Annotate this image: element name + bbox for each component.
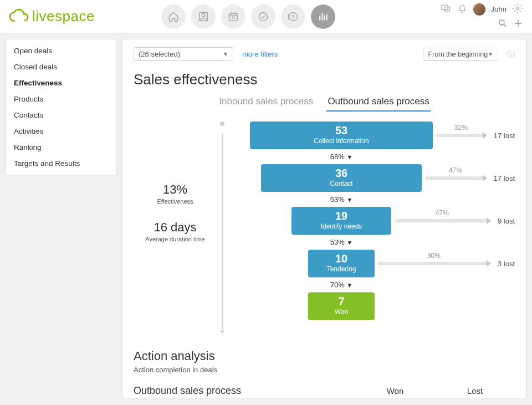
chevron-down-icon: ▼	[223, 51, 228, 57]
funnel-bar[interactable]: 19Identify needs	[291, 207, 391, 235]
stage-name: Collect information	[250, 137, 433, 145]
summary-metrics: 13% Effectiveness 16 days Average durati…	[134, 122, 217, 336]
stage-name: Tendering	[308, 265, 375, 273]
funnel-stage: 19Identify needs47%9 lost	[228, 207, 515, 235]
user-name: John	[491, 5, 507, 13]
stage-count: 53	[250, 125, 433, 136]
topbar: livespace 12 $ John	[0, 0, 532, 33]
funnel-area: 13% Effectiveness 16 days Average durati…	[134, 122, 515, 336]
tab-inbound[interactable]: Inbound sales process	[218, 94, 314, 112]
conversion-pct: 53% ▼	[291, 238, 391, 246]
funnel-bar[interactable]: 53Collect information	[250, 122, 433, 149]
action-analysis-subtitle: Action completion in deals	[134, 366, 515, 374]
lost-pct: 47%	[449, 166, 462, 174]
gear-icon[interactable]	[512, 3, 523, 16]
svg-text:12: 12	[231, 16, 236, 19]
lost-track: 47%	[425, 176, 486, 180]
conversion-pct: 68% ▼	[250, 153, 433, 161]
filter-select[interactable]: (26 selected) ▼	[134, 47, 233, 61]
stage-count: 7	[308, 296, 375, 307]
lost-count: 17 lost	[494, 131, 515, 140]
funnel-stage: 36Contact47%17 lost	[228, 164, 515, 192]
sidebar-item-effectiveness[interactable]: Effectiveness	[6, 75, 116, 91]
bell-icon[interactable]	[457, 3, 468, 16]
stage-name: Contact	[261, 180, 422, 188]
effectiveness-value: 13%	[134, 183, 217, 197]
chat-icon[interactable]	[440, 3, 451, 16]
sidebar-item-ranking[interactable]: Ranking	[6, 139, 116, 155]
brand-name: livespace	[32, 8, 95, 25]
action-analysis-title: Action analysis	[134, 349, 515, 363]
lost-count: 9 lost	[498, 217, 515, 225]
sidebar: Open dealsClosed dealsEffectivenessProdu…	[6, 39, 116, 175]
filter-select-label: (26 selected)	[139, 50, 180, 58]
stage-count: 10	[308, 253, 375, 264]
svg-text:$: $	[291, 14, 294, 19]
stage-count: 36	[261, 168, 422, 179]
top-nav: 12 $	[161, 4, 335, 29]
lost-count: 17 lost	[494, 174, 515, 183]
main-panel: (26 selected) ▼ more filters From the be…	[122, 39, 526, 398]
sidebar-item-activities[interactable]: Activities	[6, 123, 116, 139]
nav-contacts-icon[interactable]	[191, 4, 216, 29]
brand-cloud-icon	[9, 9, 29, 24]
period-select[interactable]: From the beginning ▼	[423, 48, 498, 61]
filter-row: (26 selected) ▼ more filters From the be…	[134, 47, 515, 61]
search-icon[interactable]	[498, 18, 508, 31]
funnel-stage: 53Collect information32%17 lost	[228, 122, 515, 149]
process-tabs: Inbound sales process Outbound sales pro…	[134, 94, 515, 112]
funnel-chart: 53Collect information32%17 lost68% ▼36Co…	[228, 122, 515, 336]
col-won: Won	[355, 386, 435, 396]
nav-calendar-icon[interactable]: 12	[221, 4, 245, 29]
sidebar-item-contacts[interactable]: Contacts	[6, 107, 116, 123]
nav-tasks-icon[interactable]	[251, 4, 275, 29]
funnel-bar[interactable]: 36Contact	[261, 164, 422, 192]
nav-finance-icon[interactable]: $	[281, 4, 305, 29]
svg-rect-8	[444, 7, 449, 11]
add-icon[interactable]	[513, 18, 523, 31]
period-select-label: From the beginning	[428, 50, 488, 58]
sidebar-item-open-deals[interactable]: Open deals	[6, 43, 116, 59]
lost-track: 30%	[378, 262, 490, 265]
lost-track: 47%	[395, 219, 490, 222]
lost-pct: 47%	[436, 209, 449, 217]
svg-point-10	[499, 20, 504, 25]
svg-point-0	[202, 13, 205, 17]
action-analysis-process: Outbound sales process	[134, 385, 355, 397]
svg-point-9	[516, 7, 519, 9]
action-analysis-header: Outbound sales process Won Lost	[134, 385, 515, 397]
brand-logo[interactable]: livespace	[9, 8, 95, 25]
sidebar-item-products[interactable]: Products	[6, 91, 116, 107]
effectiveness-label: Effectiveness	[134, 198, 217, 205]
tab-outbound[interactable]: Outbound sales process	[326, 94, 430, 112]
more-filters-link[interactable]: more filters	[242, 50, 278, 58]
info-icon[interactable]: ⓘ	[507, 49, 515, 59]
lost-pct: 30%	[427, 252, 441, 260]
sidebar-item-targets-and-results[interactable]: Targets and Results	[6, 155, 116, 171]
nav-reports-icon[interactable]	[311, 4, 335, 29]
timeline-axis: ▼	[217, 122, 228, 336]
avatar[interactable]	[473, 3, 485, 16]
funnel-bar[interactable]: 7Won	[308, 292, 375, 320]
stage-name: Won	[308, 308, 375, 316]
duration-label: Average duration time	[134, 236, 217, 242]
lost-pct: 32%	[454, 124, 468, 131]
funnel-bar[interactable]: 10Tendering	[308, 250, 375, 277]
chevron-down-icon: ▼	[488, 51, 493, 57]
lost-count: 3 lost	[498, 260, 515, 268]
page-title: Sales effectiveness	[134, 71, 515, 88]
svg-point-4	[259, 12, 267, 21]
lost-track: 32%	[436, 134, 486, 137]
stage-name: Identify needs	[291, 222, 391, 230]
stage-count: 19	[291, 210, 391, 221]
col-lost: Lost	[435, 386, 515, 396]
nav-home-icon[interactable]	[161, 4, 186, 29]
sidebar-item-closed-deals[interactable]: Closed deals	[6, 59, 116, 75]
conversion-pct: 70% ▼	[308, 281, 375, 289]
funnel-stage: 10Tendering30%3 lost	[228, 250, 515, 277]
topbar-right: John	[440, 3, 523, 31]
funnel-stage: 7Won	[228, 292, 515, 320]
conversion-pct: 53% ▼	[261, 195, 422, 204]
duration-value: 16 days	[134, 220, 217, 235]
